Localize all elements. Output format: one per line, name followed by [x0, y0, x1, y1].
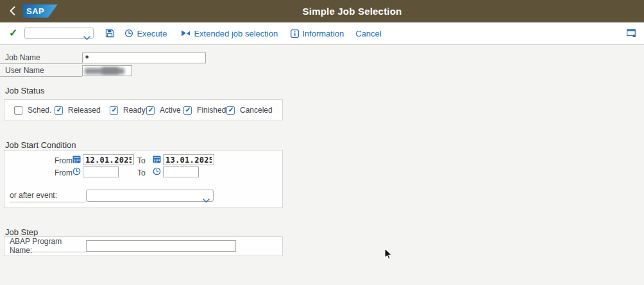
clock-icon: [153, 167, 161, 175]
sched-label: Sched.: [28, 106, 51, 115]
cancel-button[interactable]: Cancel: [355, 29, 381, 38]
sched-checkbox[interactable]: [14, 106, 22, 115]
time-to-input[interactable]: [163, 167, 199, 177]
released-checkbox[interactable]: [55, 106, 63, 115]
job-name-label: Job Name: [5, 53, 40, 62]
sap-logo-text: SAP: [23, 6, 44, 16]
new-window-icon: [627, 29, 636, 38]
event-combobox[interactable]: [86, 190, 214, 202]
time-from-picker-button[interactable]: [72, 167, 81, 175]
event-input[interactable]: [87, 191, 199, 202]
status-item-ready: Ready: [110, 106, 146, 115]
user-name-label: User Name: [5, 66, 44, 75]
status-item-finished: Finished: [183, 106, 226, 115]
execute-button[interactable]: Execute: [124, 29, 167, 38]
date-to-input[interactable]: [163, 154, 214, 165]
back-button[interactable]: [3, 0, 22, 22]
ready-checkbox[interactable]: [110, 106, 118, 115]
active-label: Active: [160, 106, 181, 115]
date-from-input[interactable]: [83, 154, 134, 165]
calendar-icon: [153, 155, 161, 163]
job-start-condition-panel: From To From: [4, 150, 283, 208]
status-item-released: Released: [55, 106, 101, 115]
info-icon: [291, 29, 299, 38]
information-button[interactable]: Information: [291, 29, 344, 38]
abap-program-input[interactable]: [86, 240, 236, 252]
title-bar: SAP Simple Job Selection: [0, 0, 644, 22]
status-item-canceled: Canceled: [226, 106, 273, 115]
canceled-label: Canceled: [240, 106, 273, 115]
time-from-input[interactable]: [83, 167, 119, 177]
calendar-icon: [72, 155, 81, 163]
extended-job-selection-label: Extended job selection: [194, 29, 278, 38]
information-label: Information: [302, 29, 344, 38]
date-from-picker-button[interactable]: [72, 155, 81, 163]
ready-label: Ready: [123, 106, 146, 115]
time-from-label: From: [55, 168, 72, 177]
status-item-active: Active: [146, 106, 181, 115]
job-name-input[interactable]: [82, 53, 206, 63]
chevron-down-icon[interactable]: [83, 31, 90, 43]
execute-label: Execute: [137, 29, 167, 38]
date-to-label: To: [137, 156, 146, 165]
event-label: or after event:: [10, 191, 57, 200]
job-status-heading: Job Status: [5, 86, 44, 95]
finished-checkbox[interactable]: [183, 106, 192, 115]
enter-ok-button[interactable]: ✓: [9, 28, 17, 38]
user-name-label-cell: User Name: [0, 65, 82, 77]
sap-logo: SAP: [23, 4, 58, 18]
time-to-picker-button[interactable]: [153, 167, 161, 175]
user-name-input[interactable]: [82, 65, 132, 76]
back-chevron-icon: [9, 6, 16, 16]
redacted-value: [102, 67, 119, 74]
finished-label: Finished: [197, 106, 226, 115]
date-to-picker-button[interactable]: [153, 155, 161, 163]
job-step-heading: Job Step: [5, 227, 38, 237]
canceled-checkbox[interactable]: [226, 106, 235, 115]
abap-program-label-cell: ABAP Program Name:: [10, 240, 86, 252]
extended-job-selection-button[interactable]: Extended job selection: [181, 29, 278, 38]
extended-selection-icon: [181, 29, 191, 38]
chevron-down-icon[interactable]: [203, 194, 210, 206]
save-button[interactable]: [105, 29, 114, 38]
job-start-condition-heading: Job Start Condition: [5, 140, 76, 150]
clock-icon: [72, 167, 81, 175]
new-window-button[interactable]: [627, 29, 636, 38]
command-field-input[interactable]: [25, 29, 80, 38]
job-step-panel: ABAP Program Name:: [4, 236, 283, 256]
event-label-cell: or after event:: [10, 189, 86, 202]
job-status-panel: Sched. Released Ready Active Finished Ca…: [4, 99, 283, 120]
time-to-label: To: [137, 168, 146, 177]
clock-icon: [124, 29, 133, 38]
date-from-label: From: [55, 156, 72, 165]
abap-program-label: ABAP Program Name:: [10, 237, 86, 255]
released-label: Released: [68, 106, 101, 115]
command-field[interactable]: [24, 28, 94, 39]
job-name-label-cell: Job Name: [0, 52, 82, 64]
application-toolbar: ✓ Execute Extended job selection: [0, 22, 644, 45]
page-title: Simple Job Selection: [60, 0, 644, 22]
active-checkbox[interactable]: [146, 106, 155, 115]
simple-job-selection-form: Job Name User Name Job Status Sched. Rel…: [0, 45, 644, 285]
save-icon: [105, 29, 114, 38]
status-item-sched: Sched.: [14, 106, 51, 115]
cancel-label: Cancel: [355, 29, 381, 38]
